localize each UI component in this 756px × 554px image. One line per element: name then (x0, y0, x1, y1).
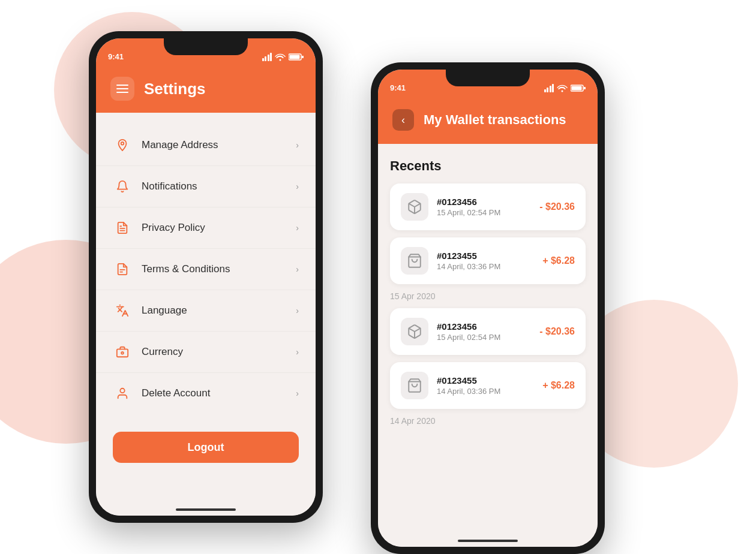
currency-label: Currency (142, 346, 296, 358)
txn-id-4: #0123455 (437, 375, 534, 386)
document-icon (113, 218, 132, 237)
transaction-card-4[interactable]: #0123455 14 April, 03:36 PM + $6.28 (390, 362, 586, 409)
arrow-icon-terms: › (296, 264, 299, 274)
back-button[interactable]: ‹ (392, 109, 414, 131)
language-icon (113, 301, 132, 320)
arrow-icon-manage-address: › (296, 140, 299, 150)
settings-list: Manage Address › Notifications › (96, 113, 316, 414)
arrow-icon-currency: › (296, 347, 299, 357)
hamburger-icon (116, 85, 128, 93)
wallet-title: My Wallet transactions (424, 112, 566, 128)
txn-id-2: #0123455 (437, 251, 534, 261)
location-icon (113, 136, 132, 155)
txn-info-2: #0123455 14 April, 03:36 PM (437, 251, 534, 271)
notch-1 (164, 38, 248, 55)
txn-date-4: 14 April, 03:36 PM (437, 387, 534, 396)
language-label: Language (142, 305, 296, 317)
recents-title: Recents (390, 158, 586, 174)
settings-item-language[interactable]: Language › (96, 290, 316, 332)
transaction-card-2[interactable]: #0123455 14 April, 03:36 PM + $6.28 (390, 237, 586, 284)
manage-address-label: Manage Address (142, 139, 296, 151)
txn-date-3: 15 April, 02:54 PM (437, 333, 531, 342)
bag-icon-1 (401, 247, 428, 275)
privacy-policy-label: Privacy Policy (142, 222, 296, 234)
home-indicator-2 (458, 540, 518, 542)
delete-account-label: Delete Account (142, 387, 296, 399)
status-icons-1 (262, 53, 304, 61)
phone-wallet-screen: 9:41 ‹ My Wallet (378, 70, 598, 547)
wifi-icon (275, 53, 286, 61)
terms-label: Terms & Conditions (142, 263, 296, 275)
svg-point-10 (121, 352, 124, 354)
section-date-2: 14 Apr 2020 (390, 416, 586, 426)
section-date-1: 15 Apr 2020 (390, 291, 586, 301)
settings-header: Settings (96, 65, 316, 113)
svg-rect-1 (290, 55, 300, 59)
transaction-card-1[interactable]: #0123456 15 April, 02:54 PM - $20.36 (390, 183, 586, 230)
txn-id-3: #0123456 (437, 321, 531, 332)
settings-title: Settings (144, 80, 206, 98)
notifications-label: Notifications (142, 180, 296, 192)
txn-amount-2: + $6.28 (542, 255, 575, 266)
battery-icon (289, 53, 304, 61)
txn-info-4: #0123455 14 April, 03:36 PM (437, 375, 534, 396)
svg-rect-2 (302, 56, 304, 58)
arrow-icon-notifications: › (296, 182, 299, 191)
txn-amount-4: + $6.28 (542, 380, 575, 391)
txn-id-1: #0123456 (437, 197, 531, 207)
wifi-icon-2 (557, 84, 568, 92)
menu-button[interactable] (110, 77, 134, 101)
svg-point-11 (120, 389, 124, 393)
wallet-content: Recents #0123456 15 April, 02:54 PM - $2… (378, 144, 598, 547)
txn-date-2: 14 April, 03:36 PM (437, 262, 534, 271)
phone-wallet: 9:41 ‹ My Wallet (371, 62, 605, 554)
status-time-2: 9:41 (390, 83, 406, 92)
status-time-1: 9:41 (108, 52, 124, 61)
logout-button[interactable]: Logout (113, 432, 299, 463)
transaction-card-3[interactable]: #0123456 15 April, 02:54 PM - $20.36 (390, 308, 586, 355)
box-icon-2 (401, 318, 428, 345)
settings-item-notifications[interactable]: Notifications › (96, 166, 316, 207)
bag-icon-2 (401, 372, 428, 399)
txn-info-3: #0123456 15 April, 02:54 PM (437, 321, 531, 342)
status-icons-2 (544, 84, 586, 92)
settings-item-terms[interactable]: Terms & Conditions › (96, 249, 316, 290)
svg-rect-9 (117, 349, 128, 357)
notch-2 (446, 70, 530, 86)
txn-amount-1: - $20.36 (539, 201, 575, 212)
arrow-icon-privacy: › (296, 223, 299, 233)
bell-icon (113, 177, 132, 196)
arrow-icon-language: › (296, 306, 299, 315)
settings-content: Manage Address › Notifications › (96, 113, 316, 516)
signal-icon (262, 53, 272, 61)
settings-item-privacy-policy[interactable]: Privacy Policy › (96, 207, 316, 249)
txn-amount-3: - $20.36 (539, 326, 575, 337)
svg-point-3 (121, 142, 124, 145)
battery-icon-2 (571, 85, 586, 92)
box-icon-1 (401, 193, 428, 221)
settings-item-currency[interactable]: Currency › (96, 332, 316, 373)
signal-icon-2 (544, 84, 554, 92)
phone-settings-screen: 9:41 (96, 38, 316, 516)
txn-info-1: #0123456 15 April, 02:54 PM (437, 197, 531, 217)
phone-settings: 9:41 (89, 31, 323, 523)
terms-icon (113, 260, 132, 279)
person-icon (113, 384, 132, 403)
currency-icon (113, 342, 132, 362)
settings-item-manage-address[interactable]: Manage Address › (96, 125, 316, 166)
settings-item-delete-account[interactable]: Delete Account › (96, 373, 316, 414)
svg-rect-14 (584, 87, 586, 89)
arrow-icon-delete: › (296, 389, 299, 398)
svg-rect-13 (572, 86, 582, 91)
home-indicator-1 (176, 508, 236, 511)
wallet-header: ‹ My Wallet transactions (378, 96, 598, 144)
txn-date-1: 15 April, 02:54 PM (437, 208, 531, 217)
